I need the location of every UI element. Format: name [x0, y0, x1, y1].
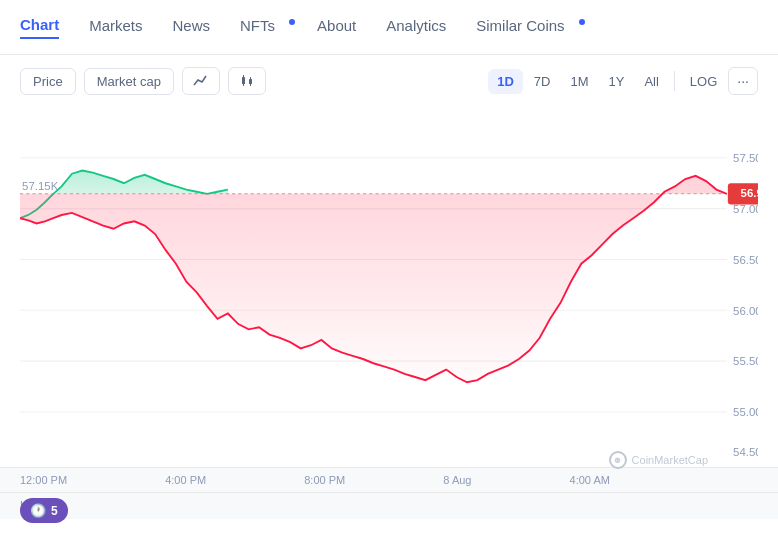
y-label-7: 54.50K — [733, 446, 758, 458]
chart-controls: Price Market cap 1D 7D 1M 1Y All LOG ··· — [0, 55, 778, 107]
tab-analytics[interactable]: Analytics — [386, 17, 446, 38]
x-label-4: 8 Aug — [443, 474, 471, 486]
chart-area: 57.50K 57.00K 56.50K 56.00K 55.50K 55.00… — [20, 107, 758, 467]
x-spacer — [708, 474, 758, 486]
cmc-logo-icon: ⊛ — [609, 451, 627, 469]
tab-nfts[interactable]: NFTs — [240, 17, 287, 38]
candle-chart-button[interactable] — [228, 67, 266, 95]
tab-markets[interactable]: Markets — [89, 17, 142, 38]
x-axis: 12:00 PM 4:00 PM 8:00 PM 8 Aug 4:00 AM — [0, 467, 778, 492]
y-label-6: 55.00K — [733, 406, 758, 418]
nfts-dot — [289, 19, 295, 25]
line-chart-button[interactable] — [182, 67, 220, 95]
timeframe-all[interactable]: All — [635, 69, 667, 94]
x-label-1: 12:00 PM — [20, 474, 67, 486]
svg-rect-0 — [242, 77, 245, 84]
tab-bar: Chart Markets News NFTs About Analytics … — [0, 0, 778, 55]
timeframe-1m[interactable]: 1M — [561, 69, 597, 94]
timeframe-7d[interactable]: 7D — [525, 69, 560, 94]
x-label-3: 8:00 PM — [304, 474, 345, 486]
svg-rect-3 — [249, 79, 252, 84]
badge-count: 5 — [51, 504, 58, 518]
price-button[interactable]: Price — [20, 68, 76, 95]
tab-about[interactable]: About — [317, 17, 356, 38]
candle-chart-icon — [239, 73, 255, 89]
log-toggle[interactable]: LOG — [681, 69, 726, 94]
line-chart-icon — [193, 73, 209, 89]
x-label-5: 4:00 AM — [570, 474, 610, 486]
timeframe-1y[interactable]: 1Y — [600, 69, 634, 94]
red-fill-area — [20, 176, 727, 382]
more-button[interactable]: ··· — [728, 67, 758, 95]
tab-chart[interactable]: Chart — [20, 16, 59, 39]
ref-price-label: 57.15K — [22, 179, 59, 191]
tab-similar-coins[interactable]: Similar Coins — [476, 17, 576, 38]
controls-right: 1D 7D 1M 1Y All LOG ··· — [488, 67, 758, 95]
y-label-1: 57.50K — [733, 152, 758, 164]
controls-left: Price Market cap — [20, 67, 266, 95]
similar-coins-dot — [579, 19, 585, 25]
timeframe-1d[interactable]: 1D — [488, 69, 523, 94]
y-label-3: 56.50K — [733, 254, 758, 266]
current-price-text: 56.94K — [741, 187, 758, 199]
cmc-text: CoinMarketCap — [632, 454, 708, 466]
x-label-2: 4:00 PM — [165, 474, 206, 486]
bottom-bar: USD — [0, 492, 778, 519]
clock-icon: 🕐 — [30, 503, 46, 518]
cmc-watermark: ⊛ CoinMarketCap — [609, 451, 708, 469]
y-label-4: 56.00K — [733, 304, 758, 316]
market-cap-button[interactable]: Market cap — [84, 68, 174, 95]
tab-news[interactable]: News — [173, 17, 211, 38]
y-label-5: 55.50K — [733, 355, 758, 367]
y-label-2: 57.00K — [733, 203, 758, 215]
price-chart-svg: 57.50K 57.00K 56.50K 56.00K 55.50K 55.00… — [20, 107, 758, 467]
activity-badge[interactable]: 🕐 5 — [20, 498, 68, 523]
divider — [674, 71, 675, 91]
